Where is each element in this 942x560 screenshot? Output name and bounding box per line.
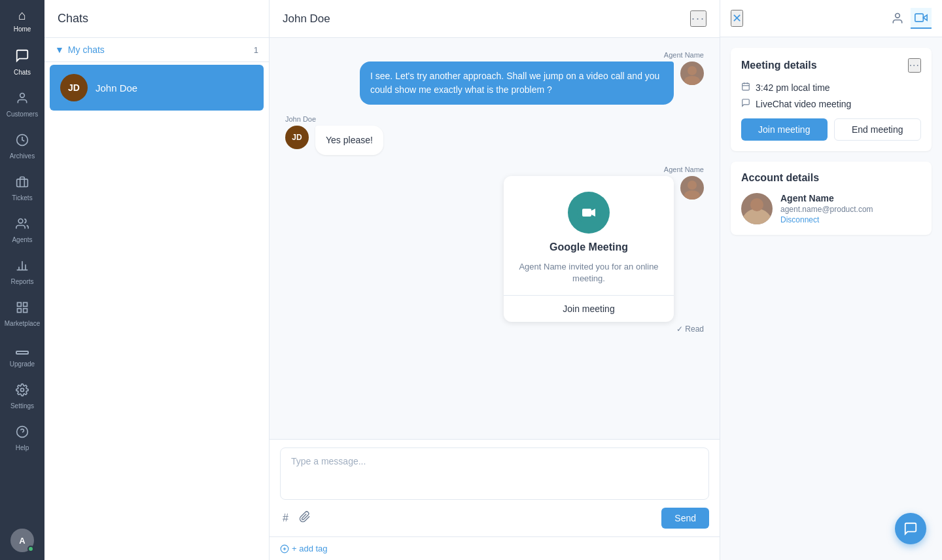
sidebar-label-settings: Settings <box>10 402 34 410</box>
sidebar-item-upgrade[interactable]: Upgrade <box>0 335 44 376</box>
sidebar-item-help[interactable]: Help <box>0 417 44 459</box>
help-icon <box>16 425 29 442</box>
right-panel-content: Meeting details ··· 3:42 pm local time <box>720 37 942 560</box>
clock-icon <box>741 82 750 93</box>
chat-main: John Doe ··· Agent Name I see. Let's try… <box>270 0 720 560</box>
settings-icon <box>16 383 29 400</box>
svg-point-25 <box>896 14 900 18</box>
svg-point-3 <box>18 219 23 224</box>
tab-video[interactable] <box>911 8 932 29</box>
add-tag-bar[interactable]: + add tag <box>270 536 720 560</box>
meeting-card-title: Google Meeting <box>550 241 628 253</box>
meeting-time: 3:42 pm local time <box>756 82 830 93</box>
sidebar-item-tickets[interactable]: Tickets <box>0 167 44 209</box>
svg-rect-28 <box>742 83 750 90</box>
disconnect-link[interactable]: Disconnect <box>780 215 921 224</box>
meeting-time-row: 3:42 pm local time <box>741 82 921 93</box>
sidebar-item-chats[interactable]: Chats <box>0 41 44 84</box>
svg-rect-8 <box>18 303 22 307</box>
attach-button[interactable] <box>296 508 313 528</box>
svg-rect-9 <box>24 303 27 307</box>
my-chats-bar[interactable]: ▼ My chats 1 <box>44 38 269 62</box>
sidebar-user-avatar[interactable]: A <box>10 529 34 552</box>
meeting-card-join-button[interactable]: Join meeting <box>504 295 674 322</box>
sidebar-label-agents: Agents <box>12 236 32 243</box>
svg-point-17 <box>684 76 700 85</box>
join-meeting-button[interactable]: Join meeting <box>741 118 828 141</box>
sidebar-item-agents[interactable]: Agents <box>0 209 44 251</box>
svg-point-13 <box>21 389 24 392</box>
account-detail-row: Agent Name agent.name@product.com Discon… <box>741 193 921 224</box>
sidebar-label-customers: Customers <box>7 111 38 118</box>
svg-point-16 <box>688 66 697 75</box>
agent-bubble-1: I see. Let's try another approach. Shall… <box>360 61 674 105</box>
sidebar-item-settings[interactable]: Settings <box>0 376 44 417</box>
agents-icon <box>16 217 29 234</box>
right-panel-close-button[interactable]: ✕ <box>731 10 743 27</box>
sidebar-item-marketplace[interactable]: Marketplace <box>0 293 44 335</box>
agent-avatar-1 <box>680 61 704 85</box>
user-message-1: John Doe JD Yes please! <box>285 115 704 155</box>
hash-button[interactable]: # <box>280 510 291 527</box>
add-tag-label: + add tag <box>292 544 328 553</box>
chat-avatar-john-doe: JD <box>60 74 88 101</box>
account-details-header: Account details <box>741 172 921 184</box>
sidebar-item-reports[interactable]: Reports <box>0 251 44 293</box>
meeting-card: Google Meeting Agent Name invited you fo… <box>504 176 674 322</box>
chats-panel-header: Chats <box>44 0 269 38</box>
message-input[interactable] <box>280 447 709 500</box>
chat-more-button[interactable]: ··· <box>690 10 706 27</box>
sidebar-item-home[interactable]: ⌂ Home <box>0 0 44 41</box>
my-chats-chevron-icon: ▼ <box>55 44 64 55</box>
meeting-details-card: Meeting details ··· 3:42 pm local time <box>731 48 932 151</box>
tab-person[interactable] <box>887 8 908 29</box>
svg-rect-10 <box>18 309 22 313</box>
my-chats-count: 1 <box>254 45 258 55</box>
online-status-dot <box>27 546 34 552</box>
chat-list: JD John Doe <box>44 62 269 560</box>
meeting-action-buttons: Join meeting End meeting <box>741 118 921 141</box>
input-toolbar: # Send <box>280 508 709 529</box>
right-panel-tabs <box>887 8 932 29</box>
agent-sender-name-2: Agent Name <box>664 166 704 173</box>
sidebar-item-customers[interactable]: Customers <box>0 84 44 126</box>
chat-main-header: John Doe ··· <box>270 0 720 38</box>
reports-icon <box>16 259 29 275</box>
svg-point-18 <box>688 181 697 190</box>
account-avatar <box>741 193 773 224</box>
user-avatar-msg: JD <box>285 126 309 149</box>
home-icon: ⌂ <box>18 8 26 23</box>
chat-platform-icon <box>741 98 750 109</box>
tickets-icon <box>16 175 29 192</box>
floating-chat-button[interactable] <box>895 513 926 544</box>
chat-name-john-doe: John Doe <box>96 82 137 94</box>
user-sender-name: John Doe <box>285 115 316 123</box>
upgrade-icon <box>16 343 29 358</box>
sidebar-label-upgrade: Upgrade <box>10 360 35 368</box>
sidebar-label-home: Home <box>14 26 31 33</box>
meeting-details-more-button[interactable]: ··· <box>908 58 921 73</box>
chats-icon <box>15 48 29 66</box>
user-bubble: Yes please! <box>315 126 383 155</box>
agent-sender-name-1: Agent Name <box>664 51 704 59</box>
right-panel-header: ✕ <box>720 0 942 37</box>
send-button[interactable]: Send <box>661 508 709 529</box>
meeting-details-title: Meeting details <box>741 60 817 71</box>
sidebar-label-marketplace: Marketplace <box>5 320 40 327</box>
meeting-icon <box>568 192 610 234</box>
chat-item-john-doe[interactable]: JD John Doe <box>50 65 264 111</box>
sidebar: ⌂ Home Chats Customers Archives <box>0 0 44 560</box>
sidebar-label-chats: Chats <box>14 69 31 76</box>
svg-rect-21 <box>582 209 591 217</box>
meeting-card-body: Google Meeting Agent Name invited you fo… <box>504 176 674 295</box>
messages-area: Agent Name I see. Let's try another appr… <box>270 38 720 439</box>
sidebar-label-help: Help <box>16 444 29 451</box>
agent-avatar-2 <box>680 176 704 200</box>
message-input-area: # Send <box>270 439 720 536</box>
end-meeting-button[interactable]: End meeting <box>834 118 922 141</box>
my-chats-label: My chats <box>68 44 105 55</box>
account-info: Agent Name agent.name@product.com Discon… <box>780 193 921 224</box>
svg-point-19 <box>684 190 700 200</box>
meeting-platform: LiveChat video meeting <box>756 99 851 109</box>
sidebar-item-archives[interactable]: Archives <box>0 126 44 167</box>
